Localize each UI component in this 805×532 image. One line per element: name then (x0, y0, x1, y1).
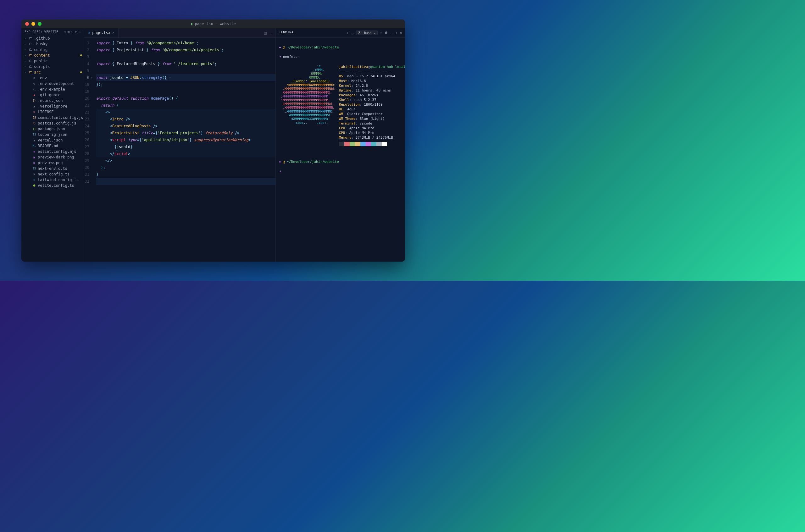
tree-file[interactable]: {}.ncurc.json (21, 98, 84, 103)
tab-page-tsx[interactable]: ⚛ page.tsx × (84, 28, 118, 37)
terminal-chevron-icon[interactable]: ‹ (395, 31, 398, 35)
tree-folder[interactable]: ›🗀.husky (21, 41, 84, 47)
maximize-window-button[interactable] (38, 22, 41, 26)
prompt-icon: ❖ (279, 45, 281, 50)
editor-more-icon[interactable]: ⋯ (270, 31, 272, 35)
explorer-actions: ⎘ ⊞ ↻ ⊟ ⋯ (64, 30, 81, 34)
kill-terminal-icon[interactable]: 🗑 (385, 31, 388, 35)
ascii-art: 'c. ,xNMM. .OMMMMo OMMM0, .;loddo:' lool… (279, 64, 336, 146)
split-editor-icon[interactable]: ◫ (264, 31, 267, 35)
tree-file[interactable]: ©LICENSE (21, 109, 84, 115)
refresh-icon[interactable]: ↻ (71, 30, 73, 34)
close-window-button[interactable] (25, 22, 29, 26)
code-area[interactable]: 123456>181920212223242526272829303132 im… (84, 38, 275, 262)
window-title: ▮ page.tsx — website (191, 22, 235, 26)
terminal-actions: ＋ ⌄ 2: bash ◫ 🗑 ⋯ ‹ × (346, 31, 402, 35)
window-title-text: page.tsx — website (195, 22, 236, 26)
collapse-icon[interactable]: ⊟ (75, 30, 77, 34)
traffic-lights (25, 22, 41, 26)
terminal-close-icon[interactable]: × (400, 31, 402, 35)
tree-folder[interactable]: ›🗀content (21, 53, 84, 58)
neofetch-info: jahirfiquitiva@quantum-hub.local--------… (339, 64, 405, 146)
file-icon: ▮ (191, 22, 193, 26)
tree-file[interactable]: ▣preview.png (21, 160, 84, 166)
file-tree: ›🗀.github›🗀.husky›🗀config›🗀content›🗀publ… (21, 36, 84, 262)
prompt-line: ❖ @ ~/Developer/jahir/website (279, 45, 402, 50)
explorer-sidebar: EXPLORER: WEBSITE ⎘ ⊞ ↻ ⊟ ⋯ ›🗀.github›🗀.… (21, 28, 84, 262)
prompt-path: ~/Developer/jahir/website (287, 45, 339, 50)
tab-bar: ⚛ page.tsx × ◫ ⋯ (84, 28, 275, 38)
new-folder-icon[interactable]: ⊞ (68, 30, 70, 34)
main-layout: EXPLORER: WEBSITE ⎘ ⊞ ↻ ⊟ ⋯ ›🗀.github›🗀.… (21, 28, 405, 262)
titlebar: ▮ page.tsx — website (21, 19, 405, 28)
new-file-icon[interactable]: ⎘ (64, 30, 66, 34)
tree-file[interactable]: ⬢velite.config.ts (21, 183, 84, 188)
tree-file[interactable]: ▲vercel.json (21, 137, 84, 143)
explorer-header: EXPLORER: WEBSITE ⎘ ⊞ ↻ ⊟ ⋯ (21, 28, 84, 36)
tree-folder[interactable]: ›🗀scripts (21, 64, 84, 70)
tree-file[interactable]: JScommitlint.config.js (21, 115, 84, 120)
tree-file[interactable]: ⚙.env.development (21, 81, 84, 87)
tree-file[interactable]: Nnext.config.ts (21, 171, 84, 177)
split-terminal-icon[interactable]: ◫ (380, 31, 382, 35)
tree-file[interactable]: TSnext-env.d.ts (21, 166, 84, 171)
terminal-body[interactable]: ❖ @ ~/Developer/jahir/website ➜ neofetch… (276, 38, 405, 262)
tree-folder[interactable]: ›🗀src (21, 70, 84, 75)
minimize-window-button[interactable] (32, 22, 35, 26)
terminal-header: TERMINAL ＋ ⌄ 2: bash ◫ 🗑 ⋯ ‹ × (276, 28, 405, 38)
tree-file[interactable]: ⚙.env (21, 75, 84, 81)
more-icon[interactable]: ⋯ (79, 30, 81, 34)
tree-file[interactable]: ▲.vercelignore (21, 103, 84, 109)
prompt-arrow-icon: ➜ (279, 54, 281, 59)
terminal-pane: TERMINAL ＋ ⌄ 2: bash ◫ 🗑 ⋯ ‹ × ❖ @ ~/Dev… (275, 28, 405, 262)
tree-file[interactable]: ▣preview-dark.png (21, 154, 84, 160)
tree-file[interactable]: >_.env.example (21, 87, 84, 92)
terminal-selector[interactable]: 2: bash (356, 31, 377, 35)
prompt-arrow-icon: ➜ (279, 169, 281, 174)
editor-pane: ⚛ page.tsx × ◫ ⋯ 123456>1819202122232425… (84, 28, 275, 262)
new-terminal-icon[interactable]: ＋ (346, 31, 349, 35)
tree-file[interactable]: ◉eslint.config.mjs (21, 149, 84, 154)
editor-actions: ◫ ⋯ (264, 31, 275, 35)
react-icon: ⚛ (88, 31, 90, 35)
prompt-cursor: ➜ (279, 169, 402, 174)
tab-label: page.tsx (92, 31, 110, 35)
tree-file[interactable]: ›{}package.json (21, 126, 84, 132)
tree-folder[interactable]: ›🗀config (21, 47, 84, 53)
close-tab-icon[interactable]: × (112, 31, 114, 35)
command-line: ➜ neofetch (279, 54, 402, 59)
tree-file[interactable]: TStsconfig.json (21, 132, 84, 137)
code-content[interactable]: import { Intro } from '@/components/ui/h… (95, 38, 275, 262)
prompt-at: @ (283, 159, 285, 164)
neofetch-output: 'c. ,xNMM. .OMMMMo OMMM0, .;loddo:' lool… (279, 64, 402, 146)
tree-file[interactable]: M↓README.md (21, 143, 84, 149)
tree-file[interactable]: ◆.gitignore (21, 92, 84, 98)
prompt-path: ~/Developer/jahir/website (287, 159, 339, 164)
terminal-title[interactable]: TERMINAL (279, 30, 295, 35)
tree-file[interactable]: ≈tailwind.config.ts (21, 177, 84, 183)
app-window: ▮ page.tsx — website EXPLORER: WEBSITE ⎘… (21, 19, 405, 262)
tree-folder[interactable]: ›🗀.github (21, 36, 84, 41)
tree-file[interactable]: ⬡postcss.config.js (21, 120, 84, 126)
prompt-at: @ (283, 45, 285, 50)
command-text: neofetch (283, 54, 300, 59)
prompt-icon: ❖ (279, 159, 281, 164)
terminal-more-icon[interactable]: ⋯ (390, 31, 393, 35)
split-terminal-chevron-icon[interactable]: ⌄ (351, 31, 354, 35)
tree-folder[interactable]: ›🗀public (21, 58, 84, 64)
line-gutter: 123456>181920212223242526272829303132 (84, 38, 95, 262)
explorer-title: EXPLORER: WEBSITE (24, 30, 58, 34)
prompt-line-2: ❖ @ ~/Developer/jahir/website (279, 159, 402, 164)
